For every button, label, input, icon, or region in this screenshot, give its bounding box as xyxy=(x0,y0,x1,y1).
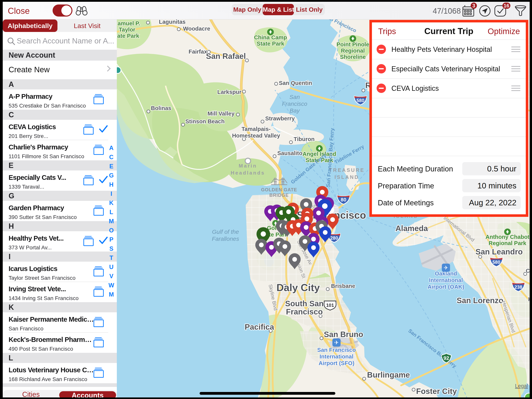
account-row[interactable]: Keck's-Broemmel Pharmacy490 Post St San … xyxy=(3,333,117,353)
account-row[interactable]: Charlie's Pharmacy1101 Fillmore St San F… xyxy=(3,140,117,160)
trip-stop-row: Especially Cats Veterinary Hospital xyxy=(372,59,526,78)
drag-handle-icon[interactable] xyxy=(511,85,520,93)
index-letter[interactable]: H xyxy=(108,180,115,189)
list-divider xyxy=(372,117,526,117)
index-letter[interactable]: T xyxy=(108,253,115,262)
folder-icon[interactable] xyxy=(83,236,95,247)
account-row[interactable]: Irving Street Vete...1434 Irving St San … xyxy=(3,282,117,302)
tab-accounts[interactable]: Accounts xyxy=(59,391,116,398)
checkmark-square-icon[interactable]: 16 xyxy=(494,5,507,18)
alphabet-index[interactable]: ACEGHIKLMOPSTUVWM xyxy=(108,143,115,299)
folder-icon[interactable] xyxy=(83,124,95,136)
map-label: Airport (OAK) xyxy=(428,284,464,290)
index-letter[interactable]: L xyxy=(108,207,115,217)
binoculars-icon[interactable] xyxy=(76,5,88,17)
folder-icon[interactable] xyxy=(93,94,105,105)
close-button[interactable]: Close xyxy=(8,6,30,16)
index-letter[interactable]: G xyxy=(108,171,115,180)
map-list-toggle[interactable] xyxy=(53,5,72,17)
create-new-row[interactable]: Create New xyxy=(3,61,117,79)
list-divider xyxy=(372,98,526,98)
home-indicator[interactable] xyxy=(200,392,335,395)
account-address: 390 Sutter St San Francisco xyxy=(9,214,77,220)
map-label: GOLDEN GATE xyxy=(261,187,297,192)
account-address: 168 Richland Ave San Francisco xyxy=(9,376,87,382)
account-row[interactable]: Lotus Veterinary House Calls168 Richland… xyxy=(3,363,117,383)
account-name: Charlie's Pharmacy xyxy=(9,143,68,151)
remove-stop-button[interactable] xyxy=(377,84,386,93)
section-header: New Account xyxy=(3,50,117,61)
folder-icon[interactable] xyxy=(93,144,105,156)
map-label: Francisco xyxy=(282,101,307,107)
account-row[interactable]: CEVA Logistics201 Berry Stre... xyxy=(3,120,117,140)
folder-icon[interactable] xyxy=(93,337,105,348)
airport-plane-icon: ✈ xyxy=(442,264,450,272)
account-row[interactable]: A-P Pharmacy535 Crestlake Dr San Francis… xyxy=(3,90,117,110)
index-letter[interactable]: K xyxy=(108,198,115,207)
tab-last-visit[interactable]: Last Visit xyxy=(57,19,117,32)
account-row[interactable]: Especially Cats V...1339 Taraval... xyxy=(3,170,117,191)
drag-handle-icon[interactable] xyxy=(511,46,520,54)
field-value[interactable]: 0.5 hour xyxy=(462,162,521,175)
account-row[interactable]: Garden Pharmacy390 Sutter St San Francis… xyxy=(3,201,117,221)
folder-icon[interactable] xyxy=(93,367,105,379)
map-label: Airport (SFO) xyxy=(319,360,355,366)
field-value[interactable]: 10 minutes xyxy=(462,179,521,192)
folder-icon[interactable] xyxy=(93,286,105,298)
remove-stop-button[interactable] xyxy=(377,45,386,54)
account-row[interactable]: Icarus LogisticsTaylor Street San Franci… xyxy=(3,262,117,282)
segment-map-only[interactable]: Map Only xyxy=(232,4,263,15)
index-letter[interactable]: U xyxy=(108,262,115,272)
search-field[interactable]: Search Account Name or A... xyxy=(3,32,117,50)
index-letter[interactable]: M xyxy=(108,217,115,226)
remove-stop-button[interactable] xyxy=(377,64,386,73)
index-letter[interactable]: E xyxy=(108,162,115,171)
field-value[interactable]: Aug 22, 2022 xyxy=(462,196,521,209)
index-letter[interactable]: W xyxy=(108,281,115,290)
map-label: Lagunitas xyxy=(159,19,186,25)
map-label: Foster City xyxy=(416,387,457,395)
calendar-badge: 3 xyxy=(471,3,477,9)
index-letter[interactable]: I xyxy=(108,189,115,198)
section-header: H xyxy=(3,221,117,231)
index-letter[interactable]: A xyxy=(108,143,115,153)
index-letter[interactable]: O xyxy=(108,226,115,235)
index-letter[interactable]: C xyxy=(108,153,115,162)
town-dot xyxy=(147,110,150,113)
map-label: Tamalpais- xyxy=(241,126,271,132)
map-label: San Leandro xyxy=(475,247,523,256)
index-letter[interactable]: M xyxy=(108,290,115,299)
location-icon[interactable] xyxy=(479,5,491,18)
tab-alphabetically[interactable]: Alphabetically xyxy=(3,19,57,32)
town-dot xyxy=(242,90,246,93)
selected-check-icon xyxy=(99,175,108,185)
account-row[interactable]: Healthy Pets Vet...373 W Portal Av... xyxy=(3,231,117,251)
folder-icon[interactable] xyxy=(93,266,105,278)
map-label: Legal xyxy=(515,383,528,389)
drag-handle-icon[interactable] xyxy=(511,66,520,73)
account-address: 201 Berry Stre... xyxy=(9,133,48,139)
tab-cities[interactable]: Cities xyxy=(3,390,59,398)
map-label: International xyxy=(320,354,354,360)
map-label: Pacifica xyxy=(245,323,274,331)
account-name: Keck's-Broemmel Pharmacy xyxy=(9,336,95,343)
folder-icon[interactable] xyxy=(93,317,105,328)
index-letter[interactable]: V xyxy=(108,272,115,281)
folder-icon[interactable] xyxy=(83,175,95,187)
calendar-icon[interactable]: 3 xyxy=(462,5,475,18)
map-label: Strawberry xyxy=(265,115,295,122)
folder-icon[interactable] xyxy=(93,205,105,217)
trip-stop-row: CEVA Logistics xyxy=(372,78,526,98)
map-label: Alameda xyxy=(395,224,428,233)
segment-list-only[interactable]: List Only xyxy=(294,4,325,15)
filter-funnel-icon[interactable] xyxy=(514,5,526,18)
account-row[interactable]: Kaiser Permanente Medical...San Francisc… xyxy=(3,312,117,333)
optimize-button[interactable]: Optimize xyxy=(488,27,520,36)
account-address: San Francisco xyxy=(9,326,44,332)
field-label: Each Meeting Duration xyxy=(378,165,453,173)
section-header: L xyxy=(3,353,117,363)
svg-text:580: 580 xyxy=(493,259,500,265)
segment-map-list[interactable]: Map & List xyxy=(263,4,294,15)
index-letter[interactable]: P xyxy=(108,235,115,244)
index-letter[interactable]: S xyxy=(108,244,115,253)
